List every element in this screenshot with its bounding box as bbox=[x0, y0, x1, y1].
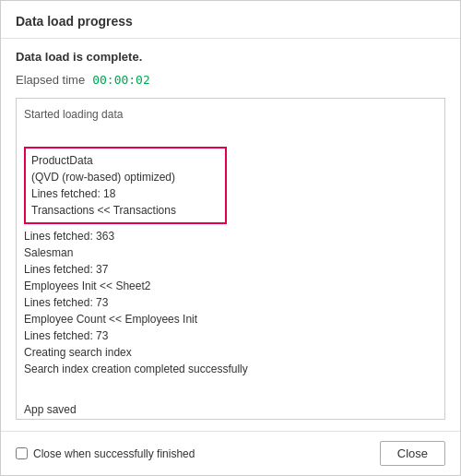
log-line-0: Lines fetched: 363 bbox=[24, 228, 444, 244]
close-button[interactable]: Close bbox=[380, 441, 445, 466]
dialog-title: Data load progress bbox=[16, 14, 133, 29]
highlight-line-2: Lines fetched: 18 bbox=[31, 185, 219, 202]
highlighted-block: ProductData (QVD (row-based) optimized) … bbox=[24, 147, 227, 224]
elapsed-row: Elapsed time 00:00:02 bbox=[16, 73, 445, 87]
log-line-3: Employees Init << Sheet2 bbox=[24, 278, 444, 294]
log-line-8: Search index creation completed successf… bbox=[24, 361, 444, 377]
dialog-footer: Close when successfully finished Close bbox=[1, 431, 460, 475]
log-line-2: Lines fetched: 37 bbox=[24, 261, 444, 278]
log-container[interactable]: Started loading data ProductData (QVD (r… bbox=[16, 98, 445, 420]
status-complete: Data load is complete. bbox=[16, 50, 445, 64]
log-line-5: Employee Count << Employees Init bbox=[24, 311, 444, 327]
elapsed-value: 00:00:02 bbox=[92, 73, 150, 87]
close-checkbox[interactable] bbox=[16, 447, 28, 459]
checkbox-text: Close when successfully finished bbox=[33, 447, 195, 460]
elapsed-label: Elapsed time bbox=[16, 73, 85, 87]
highlight-line-3: Transactions << Transactions bbox=[31, 202, 219, 219]
log-line-6: Lines fetched: 73 bbox=[24, 327, 444, 344]
checkbox-label[interactable]: Close when successfully finished bbox=[16, 447, 195, 460]
dialog-header: Data load progress bbox=[1, 1, 460, 39]
dialog-body: Data load is complete. Elapsed time 00:0… bbox=[1, 39, 460, 431]
log-app-saved: App saved bbox=[24, 385, 444, 418]
log-content: Started loading data ProductData (QVD (r… bbox=[24, 106, 444, 420]
highlight-line-1: (QVD (row-based) optimized) bbox=[31, 169, 219, 185]
dialog: Data load progress Data load is complete… bbox=[0, 0, 461, 476]
log-line-4: Lines fetched: 73 bbox=[24, 294, 444, 311]
highlight-line-0: ProductData bbox=[31, 152, 219, 169]
log-started: Started loading data bbox=[24, 106, 444, 123]
log-line-7: Creating search index bbox=[24, 344, 444, 361]
log-line-1: Salesman bbox=[24, 244, 444, 261]
